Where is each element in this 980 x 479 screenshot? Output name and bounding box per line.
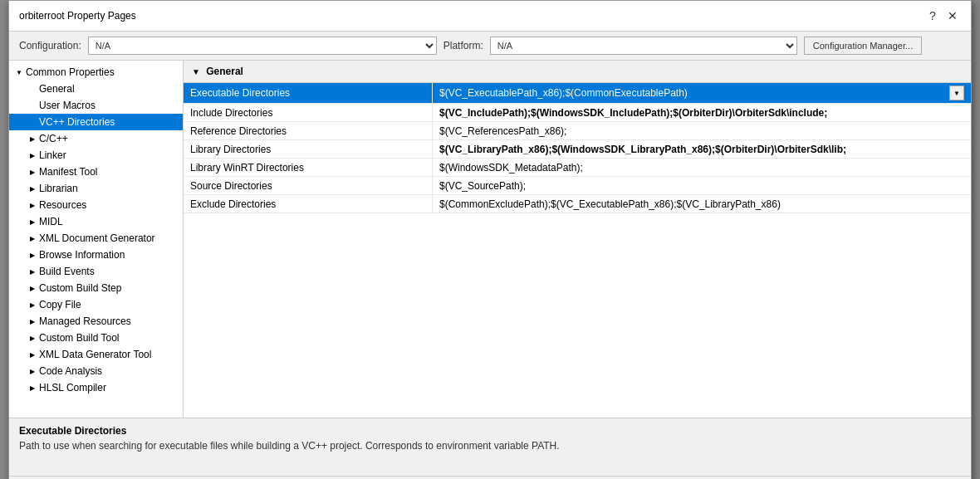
props-row[interactable]: Include Directories$(VC_IncludePath);$(W… (184, 104, 971, 122)
platform-select[interactable]: N/A (490, 37, 797, 55)
tree-arrow-icon (26, 315, 39, 328)
platform-label: Platform: (443, 40, 483, 51)
dialog-title: orbiterroot Property Pages (19, 10, 136, 22)
tree-item-hlsl-compiler[interactable]: HLSL Compiler (9, 379, 183, 396)
prop-value: $(CommonExcludePath);$(VC_ExecutablePath… (433, 195, 971, 213)
tree-item-vc-directories[interactable]: VC++ Directories (9, 114, 183, 130)
toolbar: Configuration: N/A Platform: N/A Configu… (9, 32, 971, 61)
prop-value-text: $(VC_ExecutablePath_x86);$(CommonExecuta… (439, 87, 688, 99)
tree-panel: Common PropertiesGeneralUser MacrosVC++ … (9, 61, 184, 418)
section-title: General (206, 66, 243, 77)
tree-item-browse-information[interactable]: Browse Information (9, 247, 183, 263)
prop-value: $(VC_SourcePath); (433, 177, 971, 194)
tree-item-custom-build-step[interactable]: Custom Build Step (9, 280, 183, 296)
tree-item-label: Manifest Tool (39, 166, 97, 178)
tree-arrow-icon (26, 165, 39, 178)
tree-item-xml-document-generator[interactable]: XML Document Generator (9, 230, 183, 247)
prop-value-text: $(CommonExcludePath);$(VC_ExecutablePath… (439, 198, 781, 210)
props-row[interactable]: Library Directories$(VC_LibraryPath_x86)… (184, 140, 971, 159)
tree-arrow-icon (26, 115, 39, 129)
property-pages-dialog: orbiterroot Property Pages ? ✕ Configura… (8, 0, 972, 479)
tree-item-build-events[interactable]: Build Events (9, 263, 183, 280)
tree-item-label: C/C++ (39, 133, 68, 144)
prop-value: $(VC_ExecutablePath_x86);$(CommonExecuta… (433, 83, 971, 103)
bottom-bar: OK Cancel Apply (9, 476, 971, 479)
section-arrow-icon: ▼ (192, 67, 200, 76)
tree-arrow-icon (26, 215, 39, 228)
tree-item-label: VC++ Directories (39, 116, 115, 128)
configuration-select[interactable]: N/A (88, 37, 437, 55)
tree-item-resources[interactable]: Resources (9, 197, 183, 213)
tree-item-label: MIDL (39, 216, 63, 227)
tree-item-label: XML Data Generator Tool (39, 349, 151, 360)
tree-arrow-icon (26, 82, 39, 95)
tree-arrow-icon (12, 66, 26, 79)
prop-value: $(VC_LibraryPath_x86);$(WindowsSDK_Libra… (433, 140, 971, 158)
properties-panel: ▼ General Executable Directories$(VC_Exe… (184, 61, 971, 418)
tree-item-label: Browse Information (39, 249, 125, 261)
prop-value-text: $(WindowsSDK_MetadataPath); (439, 162, 583, 174)
close-button[interactable]: ✕ (944, 7, 961, 24)
prop-value-text: $(VC_IncludePath);$(WindowsSDK_IncludePa… (439, 107, 827, 119)
tree-arrow-icon (26, 99, 39, 112)
props-row[interactable]: Exclude Directories$(CommonExcludePath);… (184, 195, 971, 213)
tree-arrow-icon (26, 381, 39, 394)
tree-item-xml-data-generator-tool[interactable]: XML Data Generator Tool (9, 346, 183, 363)
prop-name: Library Directories (184, 140, 433, 158)
props-row[interactable]: Reference Directories$(VC_ReferencesPath… (184, 122, 971, 140)
tree-item-label: Resources (39, 199, 86, 211)
tree-item-copy-file[interactable]: Copy File (9, 296, 183, 313)
tree-arrow-icon (26, 182, 39, 195)
config-label: Configuration: (19, 40, 81, 51)
prop-name: Reference Directories (184, 122, 433, 139)
title-bar-controls: ? ✕ (924, 7, 961, 24)
tree-item-label: Managed Resources (39, 315, 131, 327)
prop-name: Library WinRT Directories (184, 159, 433, 176)
tree-item-manifest-tool[interactable]: Manifest Tool (9, 164, 183, 180)
tree-arrow-icon (26, 132, 39, 145)
tree-item-midl[interactable]: MIDL (9, 213, 183, 230)
tree-item-label: Librarian (39, 183, 78, 194)
tree-arrow-icon (26, 364, 39, 378)
tree-arrow-icon (26, 198, 39, 212)
prop-value-text: $(VC_LibraryPath_x86);$(WindowsSDK_Libra… (439, 144, 846, 155)
tree-item-custom-build-tool[interactable]: Custom Build Tool (9, 330, 183, 346)
tree-arrow-icon (26, 348, 39, 361)
props-row[interactable]: Executable Directories$(VC_ExecutablePat… (184, 83, 971, 104)
tree-item-common-properties[interactable]: Common Properties (9, 64, 183, 81)
tree-item-label: User Macros (39, 100, 96, 111)
props-row[interactable]: Source Directories$(VC_SourcePath); (184, 177, 971, 195)
prop-name: Exclude Directories (184, 195, 433, 213)
tree-arrow-icon (26, 281, 39, 295)
props-table: Executable Directories$(VC_ExecutablePat… (184, 83, 971, 418)
prop-value: $(VC_ReferencesPath_x86); (433, 122, 971, 139)
tree-arrow-icon (26, 232, 39, 245)
prop-name: Include Directories (184, 104, 433, 121)
tree-item-general[interactable]: General (9, 81, 183, 97)
tree-item-librarian[interactable]: Librarian (9, 180, 183, 197)
config-manager-button[interactable]: Configuration Manager... (804, 37, 922, 55)
props-row[interactable]: Library WinRT Directories$(WindowsSDK_Me… (184, 159, 971, 177)
tree-item-managed-resources[interactable]: Managed Resources (9, 313, 183, 330)
tree-item-label: HLSL Compiler (39, 382, 106, 393)
tree-item-cpp[interactable]: C/C++ (9, 130, 183, 147)
help-button[interactable]: ? (924, 7, 941, 24)
tree-item-label: Copy File (39, 299, 81, 310)
main-content: Common PropertiesGeneralUser MacrosVC++ … (9, 61, 971, 418)
prop-name: Executable Directories (184, 83, 433, 103)
tree-item-linker[interactable]: Linker (9, 147, 183, 164)
prop-value: $(WindowsSDK_MetadataPath); (433, 159, 971, 176)
tree-arrow-icon (26, 248, 39, 261)
tree-item-label: XML Document Generator (39, 232, 155, 244)
prop-value: $(VC_IncludePath);$(WindowsSDK_IncludePa… (433, 104, 971, 121)
tree-arrow-icon (26, 331, 39, 345)
tree-item-label: Custom Build Step (39, 282, 121, 294)
prop-dropdown-button[interactable]: ▼ (949, 86, 964, 100)
tree-item-label: Linker (39, 149, 66, 161)
tree-item-label: Code Analysis (39, 365, 102, 377)
tree-arrow-icon (26, 149, 39, 162)
prop-value-text: $(VC_ReferencesPath_x86); (439, 125, 566, 137)
props-section-header: ▼ General (184, 61, 971, 83)
tree-item-code-analysis[interactable]: Code Analysis (9, 363, 183, 379)
tree-item-user-macros[interactable]: User Macros (9, 97, 183, 114)
